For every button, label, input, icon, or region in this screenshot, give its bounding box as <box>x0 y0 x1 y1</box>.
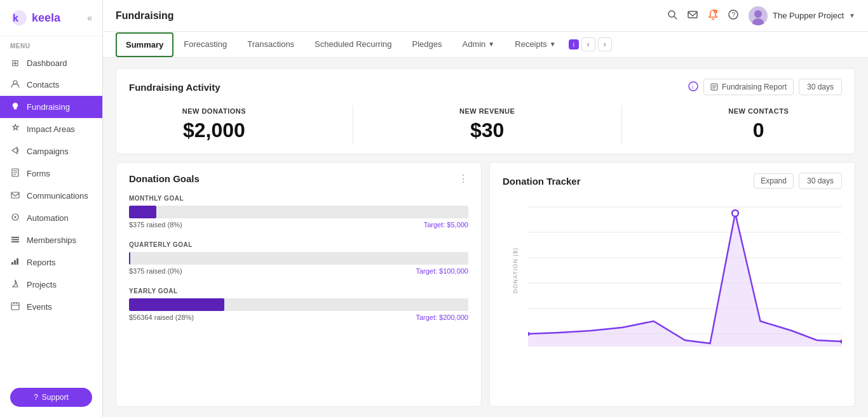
svg-rect-13 <box>11 241 19 242</box>
yearly-target: Target: $200,000 <box>416 314 468 321</box>
expand-button[interactable]: Expand <box>754 173 794 189</box>
receipts-dropdown-icon: ▼ <box>550 41 556 48</box>
collapse-button[interactable]: « <box>87 13 92 23</box>
search-icon[interactable] <box>667 10 677 22</box>
sidebar-item-label: Dashboard <box>27 58 67 68</box>
sidebar-item-memberships[interactable]: Memberships <box>0 229 102 251</box>
notification-icon[interactable]: 1 <box>708 10 718 22</box>
activity-days-button[interactable]: 30 days <box>799 79 842 95</box>
sidebar-item-label: Forms <box>27 169 50 178</box>
main-content: Fundraising 1 ? The Pupper Project ▼ <box>103 0 868 417</box>
support-area: ? Support <box>0 380 102 417</box>
dashboard-icon: ⊞ <box>10 58 20 68</box>
user-avatar <box>749 6 768 25</box>
admin-dropdown-icon: ▼ <box>488 41 494 48</box>
sidebar-item-label: Memberships <box>27 235 76 245</box>
fundraising-icon <box>10 102 20 112</box>
quarterly-goal-bar-bg <box>129 252 468 265</box>
stat-revenue-label: NEW REVENUE <box>459 107 515 115</box>
yearly-raised: $56364 raised (28%) <box>129 314 194 321</box>
tab-forecasting[interactable]: Forecasting <box>173 32 237 58</box>
svg-point-32 <box>689 82 698 91</box>
sidebar-item-label: Projects <box>27 280 57 289</box>
page-title: Fundraising <box>116 10 174 22</box>
support-icon: ? <box>34 393 38 402</box>
svg-point-10 <box>15 216 17 218</box>
svg-line-23 <box>674 17 677 19</box>
tab-summary[interactable]: Summary <box>116 32 173 57</box>
chart-area: 1500 1250 1000 750 500 250 <box>528 194 842 347</box>
quarterly-goal-bar-fill <box>129 252 130 265</box>
stat-new-donations: NEW DONATIONS $2,000 <box>182 107 246 142</box>
tab-pledges[interactable]: Pledges <box>402 32 452 58</box>
tab-receipts[interactable]: Receipts ▼ <box>505 32 566 58</box>
automation-icon <box>10 213 20 223</box>
content-area: Fundraising Activity i Fundraising Repor… <box>103 58 868 417</box>
svg-point-22 <box>668 11 675 17</box>
tab-admin[interactable]: Admin ▼ <box>452 32 505 58</box>
help-icon[interactable]: ? <box>728 10 738 22</box>
sidebar-item-label: Communications <box>27 191 88 201</box>
activity-days-label: 30 days <box>807 83 834 91</box>
y-axis-label-container: DONATION ($) <box>503 194 528 347</box>
sidebar-item-campaigns[interactable]: Campaigns <box>0 140 102 162</box>
nav-next-button[interactable]: › <box>598 37 612 51</box>
header-actions: 1 ? The Pupper Project ▼ <box>667 6 855 25</box>
yearly-goal-bar-fill <box>129 298 224 311</box>
quarterly-raised: $375 raised (0%) <box>129 267 182 275</box>
stat-revenue-value: $30 <box>459 119 515 142</box>
logo-area: k keela « <box>0 0 102 36</box>
events-icon <box>10 301 20 312</box>
tracker-header: Donation Tracker Expand 30 days <box>503 173 842 189</box>
sidebar-item-automation[interactable]: Automation <box>0 207 102 229</box>
sidebar-item-reports[interactable]: Reports <box>0 251 102 274</box>
impact-areas-icon <box>10 124 20 135</box>
tab-scheduled-recurring[interactable]: Scheduled Recurring <box>304 32 402 58</box>
yearly-goal-label: YEARLY GOAL <box>129 288 468 295</box>
report-icon <box>710 83 718 91</box>
nav-prev-button[interactable]: ‹ <box>581 37 595 51</box>
sidebar-item-dashboard[interactable]: ⊞ Dashboard <box>0 52 102 74</box>
tracker-days-button[interactable]: 30 days <box>799 173 842 189</box>
sidebar-item-label: Automation <box>27 213 69 223</box>
fundraising-report-button[interactable]: Fundraising Report <box>703 79 794 95</box>
keela-logo: k <box>10 9 28 27</box>
top-header: Fundraising 1 ? The Pupper Project ▼ <box>103 0 868 32</box>
goals-menu-icon[interactable]: ⋮ <box>458 173 468 185</box>
svg-rect-14 <box>11 262 13 265</box>
sidebar-item-label: Reports <box>27 258 56 267</box>
sidebar-item-label: Fundraising <box>27 102 70 112</box>
sidebar-item-communications[interactable]: Communications <box>0 185 102 207</box>
svg-text:i: i <box>692 84 693 90</box>
quarterly-goal-meta: $375 raised (0%) Target: $100,000 <box>129 267 468 275</box>
stat-divider-1 <box>353 105 353 143</box>
reports-icon <box>10 257 20 268</box>
contacts-icon <box>10 79 20 90</box>
support-label: Support <box>42 393 69 402</box>
tab-bar: Summary Forecasting Transactions Schedul… <box>103 32 868 58</box>
support-button[interactable]: ? Support <box>10 388 92 407</box>
goals-header: Donation Goals ⋮ <box>129 173 468 185</box>
sidebar-item-label: Campaigns <box>27 147 69 156</box>
stat-new-revenue: NEW REVENUE $30 <box>459 107 515 142</box>
info-badge[interactable]: i <box>569 39 579 50</box>
activity-card-header: Fundraising Activity i Fundraising Repor… <box>129 79 842 95</box>
mail-icon[interactable] <box>688 10 698 22</box>
sidebar-item-projects[interactable]: Projects <box>0 274 102 296</box>
menu-label: MENU <box>0 36 102 52</box>
sidebar-item-label: Events <box>27 302 52 312</box>
sidebar-item-fundraising[interactable]: Fundraising <box>0 96 102 118</box>
sidebar-item-events[interactable]: Events <box>0 296 102 318</box>
sidebar-item-impact-areas[interactable]: Impact Areas <box>0 118 102 140</box>
activity-card: Fundraising Activity i Fundraising Repor… <box>116 68 855 154</box>
tab-transactions[interactable]: Transactions <box>237 32 304 58</box>
sidebar-item-forms[interactable]: Forms <box>0 162 102 185</box>
memberships-icon <box>10 235 20 246</box>
stat-donations-label: NEW DONATIONS <box>182 107 246 115</box>
sidebar-item-contacts[interactable]: Contacts <box>0 74 102 96</box>
svg-point-30 <box>754 10 762 18</box>
stat-donations-value: $2,000 <box>182 119 246 142</box>
stat-new-contacts: NEW CONTACTS 0 <box>728 107 789 142</box>
activity-info-icon[interactable]: i <box>688 81 698 93</box>
user-menu[interactable]: The Pupper Project ▼ <box>749 6 855 25</box>
